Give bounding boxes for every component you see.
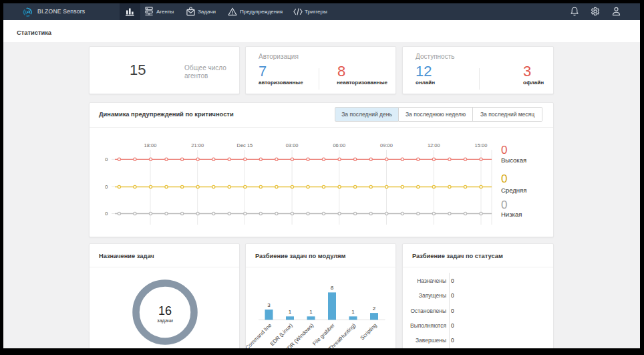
svg-text:0: 0 xyxy=(501,199,507,211)
svg-text:18:00: 18:00 xyxy=(144,142,157,148)
svg-text:3: 3 xyxy=(267,302,271,308)
svg-text:1: 1 xyxy=(289,309,292,315)
svg-text:0: 0 xyxy=(105,211,108,217)
svg-text:Средняя: Средняя xyxy=(501,187,526,194)
svg-text:21:00: 21:00 xyxy=(191,142,204,148)
svg-text:задачи: задачи xyxy=(157,318,173,324)
svg-text:Высокая: Высокая xyxy=(501,156,526,164)
svg-text:06:00: 06:00 xyxy=(333,142,345,148)
svg-text:1: 1 xyxy=(351,309,355,315)
svg-text:12:00: 12:00 xyxy=(428,142,440,148)
svg-text:16: 16 xyxy=(158,304,172,318)
svg-text:2: 2 xyxy=(373,306,376,312)
svg-text:Dec 15: Dec 15 xyxy=(237,142,253,148)
svg-text:Command line: Command line xyxy=(246,322,273,348)
svg-text:09:00: 09:00 xyxy=(380,142,393,148)
svg-text:8: 8 xyxy=(331,285,334,291)
svg-text:15:00: 15:00 xyxy=(475,142,488,148)
svg-text:Scripting: Scripting xyxy=(359,322,378,341)
svg-text:0: 0 xyxy=(105,156,108,162)
svg-text:0: 0 xyxy=(501,144,507,156)
svg-text:0: 0 xyxy=(501,172,507,185)
svg-text:Низкая: Низкая xyxy=(501,211,522,218)
svg-text:0: 0 xyxy=(105,184,108,190)
svg-text:03:00: 03:00 xyxy=(286,142,299,148)
svg-text:1: 1 xyxy=(309,309,313,315)
